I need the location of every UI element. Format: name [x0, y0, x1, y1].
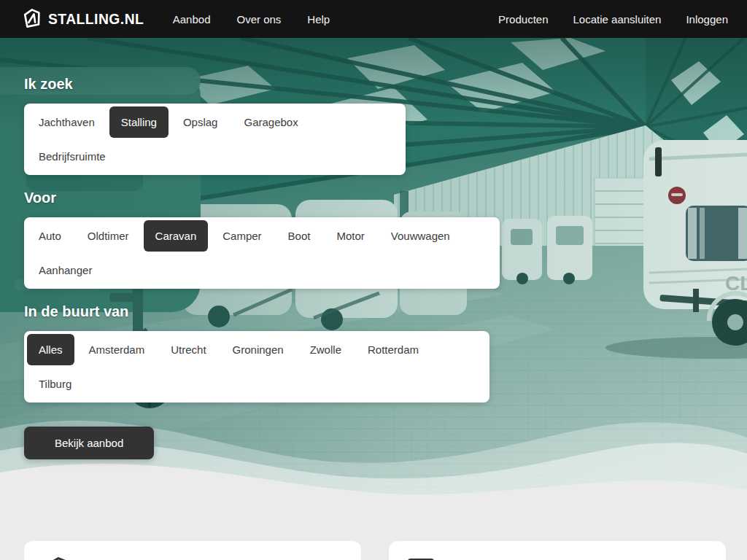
heading-ik-zoek: Ik zoek	[24, 76, 724, 93]
top-navbar: STALLING.NL Aanbod Over ons Help Product…	[0, 0, 747, 38]
filter-chip-oldtimer[interactable]: Oldtimer	[76, 220, 141, 252]
nav-item-locatie-aansluiten[interactable]: Locatie aansluiten	[573, 13, 662, 26]
filter-chip-aanhanger[interactable]: Aanhanger	[27, 254, 104, 286]
brand-mark-icon	[42, 556, 72, 560]
filter-chip-utrecht[interactable]: Utrecht	[159, 334, 217, 365]
filter-chip-alles[interactable]: Alles	[27, 334, 74, 365]
filter-chip-camper[interactable]: Camper	[211, 220, 273, 252]
filter-chip-vouwwagen[interactable]: Vouwwagen	[379, 220, 462, 252]
filter-group-vehicle: Auto Oldtimer Caravan Camper Boot Motor …	[24, 217, 500, 289]
nav-item-inloggen[interactable]: Inloggen	[686, 13, 728, 26]
heading-voor: Voor	[24, 190, 724, 206]
feature-title: Maandelijks opzegbaar	[449, 556, 568, 560]
brand-logo[interactable]: STALLING.NL	[20, 7, 152, 31]
filter-chip-rotterdam[interactable]: Rotterdam	[356, 334, 430, 365]
filter-chip-groningen[interactable]: Groningen	[221, 334, 295, 365]
nav-item-aanbod[interactable]: Aanbod	[173, 13, 211, 26]
filter-chip-motor[interactable]: Motor	[325, 220, 376, 252]
feature-title: Onbeperkt aantal locaties	[85, 556, 219, 560]
nav-left-menu: Aanbod Over ons Help	[173, 13, 330, 26]
filter-chip-jachthaven[interactable]: Jachthaven	[27, 106, 107, 138]
bekijk-aanbod-button[interactable]: Bekijk aanbod	[24, 427, 154, 459]
nav-item-help[interactable]: Help	[307, 13, 330, 26]
nav-item-over-ons[interactable]: Over ons	[236, 13, 281, 26]
filter-chip-auto[interactable]: Auto	[27, 220, 73, 252]
stalling-logo-icon	[20, 7, 42, 31]
filter-chip-tilburg[interactable]: Tilburg	[27, 368, 83, 400]
brand-name: STALLING.NL	[48, 10, 144, 28]
search-filters: Ik zoek Jachthaven Stalling Opslag Garag…	[24, 38, 724, 459]
feature-card-locations: Onbeperkt aantal locaties	[24, 541, 361, 560]
filter-chip-caravan[interactable]: Caravan	[144, 220, 209, 252]
nav-item-producten[interactable]: Producten	[498, 13, 548, 26]
filter-group-type: Jachthaven Stalling Opslag Garagebox Bed…	[24, 104, 406, 175]
feature-card-subscription: Maandelijks opzegbaar	[389, 541, 726, 560]
subscription-card-icon	[406, 556, 436, 560]
filter-chip-stalling[interactable]: Stalling	[109, 106, 169, 138]
filter-chip-boot[interactable]: Boot	[276, 220, 322, 252]
filter-chip-zwolle[interactable]: Zwolle	[298, 334, 353, 365]
filter-chip-bedrijfsruimte[interactable]: Bedrijfsruimte	[27, 141, 117, 172]
filter-chip-amsterdam[interactable]: Amsterdam	[77, 334, 157, 365]
nav-right-menu: Producten Locatie aansluiten Inloggen	[498, 13, 728, 26]
heading-in-de-buurt-van: In de buurt van	[24, 303, 724, 320]
filter-chip-opslag[interactable]: Opslag	[171, 106, 230, 138]
filter-chip-garagebox[interactable]: Garagebox	[232, 106, 309, 138]
filter-group-location: Alles Amsterdam Utrecht Groningen Zwolle…	[24, 331, 489, 402]
